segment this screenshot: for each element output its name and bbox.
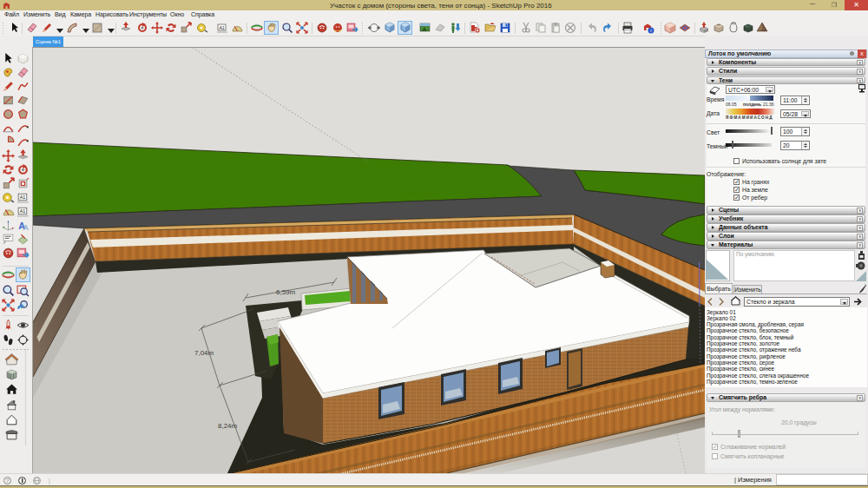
svg-text:A1: A1 <box>20 195 26 200</box>
svg-text:A1: A1 <box>220 25 225 30</box>
svg-text:6,59m: 6,59m <box>276 288 296 296</box>
svg-text:8,24m: 8,24m <box>218 422 238 430</box>
svg-text:A: A <box>23 222 29 231</box>
svg-text:A1: A1 <box>20 208 26 214</box>
svg-text:7,04m: 7,04m <box>194 349 214 357</box>
svg-text:|: | <box>49 478 50 485</box>
svg-text:?: ? <box>6 478 10 484</box>
